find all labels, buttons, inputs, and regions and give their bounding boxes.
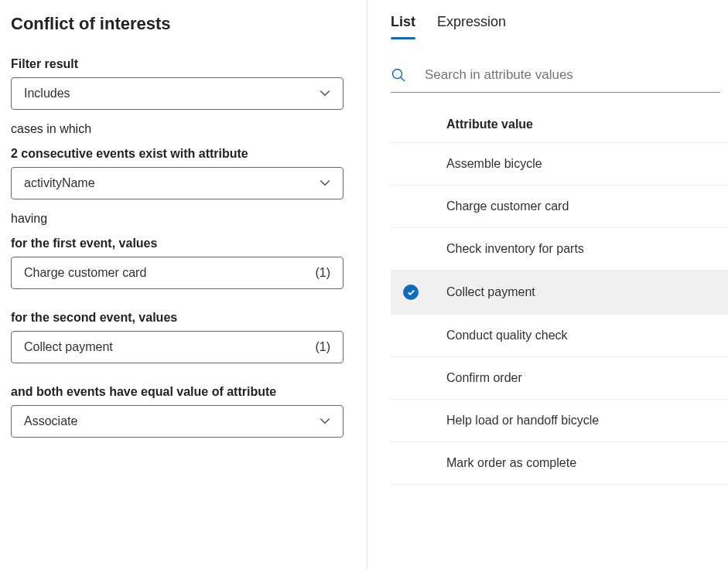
tab-expression[interactable]: Expression [437, 14, 506, 38]
left-config-panel: Conflict of interests Filter result Incl… [0, 0, 367, 569]
check-slot [403, 284, 446, 300]
tabs-row: List Expression [367, 14, 728, 38]
chevron-down-icon [320, 416, 330, 427]
label-having: having [11, 212, 356, 226]
select-second-event-count: (1) [315, 340, 330, 354]
page-title: Conflict of interests [11, 14, 356, 34]
label-both-equal: and both events have equal value of attr… [11, 385, 356, 399]
select-filter-result[interactable]: Includes [11, 77, 343, 110]
label-first-event: for the first event, values [11, 237, 356, 250]
select-second-event-value: Collect payment [24, 340, 113, 354]
select-first-event-count: (1) [315, 266, 330, 280]
svg-point-0 [393, 70, 402, 79]
right-values-panel: List Expression Attribute value Assemble… [367, 0, 728, 569]
list-item-label: Assemble bicycle [446, 157, 542, 171]
chevron-down-icon [320, 88, 330, 99]
list-item-label: Conduct quality check [446, 329, 568, 342]
search-icon [391, 67, 406, 83]
label-filter-result: Filter result [11, 57, 356, 71]
list-item[interactable]: Check inventory for parts [391, 227, 728, 270]
list-item-label: Mark order as complete [446, 456, 576, 470]
tab-list[interactable]: List [391, 14, 415, 38]
list-item-label: Help load or handoff bicycle [446, 414, 599, 428]
attribute-value-list: Assemble bicycleCharge customer cardChec… [391, 142, 728, 485]
list-item[interactable]: Conduct quality check [391, 314, 728, 356]
select-equal-attribute[interactable]: Associate [11, 405, 343, 438]
check-icon [403, 284, 419, 300]
list-header: Attribute value [367, 93, 728, 142]
select-first-event-value: Charge customer card [24, 266, 146, 280]
list-item-label: Check inventory for parts [446, 242, 584, 256]
select-filter-result-value: Includes [24, 87, 70, 101]
list-item-label: Confirm order [446, 371, 522, 385]
list-item-label: Charge customer card [446, 199, 569, 213]
select-first-event[interactable]: Charge customer card (1) [11, 257, 343, 289]
list-item[interactable]: Assemble bicycle [391, 142, 728, 185]
select-second-event[interactable]: Collect payment (1) [11, 331, 343, 363]
chevron-down-icon [320, 178, 330, 189]
list-item[interactable]: Confirm order [391, 356, 728, 399]
svg-line-1 [401, 77, 405, 81]
list-item[interactable]: Collect payment [391, 270, 728, 314]
list-item[interactable]: Help load or handoff bicycle [391, 399, 728, 441]
label-two-consec: 2 consecutive events exist with attribut… [11, 147, 356, 161]
list-item[interactable]: Charge customer card [391, 185, 728, 227]
search-input[interactable] [406, 64, 720, 86]
select-equal-attribute-value: Associate [24, 414, 77, 428]
list-item[interactable]: Mark order as complete [391, 441, 728, 485]
select-attribute-value: activityName [24, 176, 95, 190]
list-item-label: Collect payment [446, 285, 535, 299]
search-row [391, 64, 720, 93]
select-attribute[interactable]: activityName [11, 167, 343, 199]
label-second-event: for the second event, values [11, 311, 356, 325]
label-cases-in-which: cases in which [11, 122, 356, 136]
